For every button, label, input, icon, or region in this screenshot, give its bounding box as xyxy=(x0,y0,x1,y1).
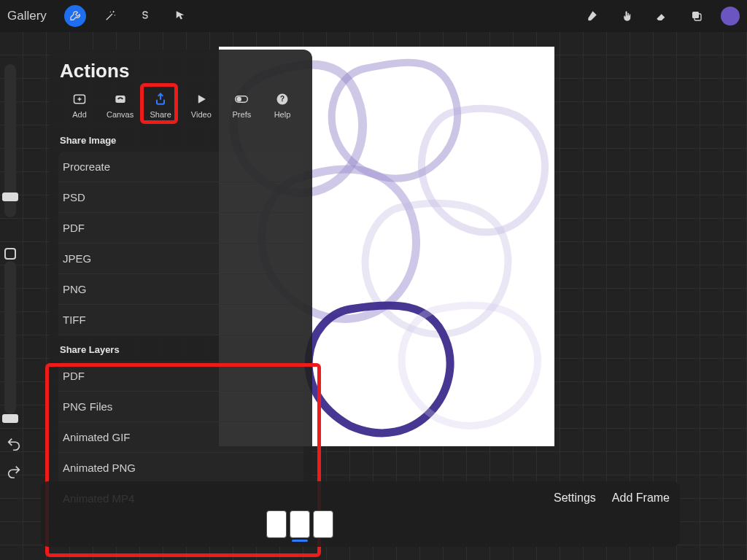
redo-icon xyxy=(6,464,22,480)
smudge-tool-button[interactable] xyxy=(616,5,638,27)
wrench-icon xyxy=(69,9,82,23)
play-icon xyxy=(192,91,211,107)
selection-button[interactable] xyxy=(134,5,156,27)
redo-button[interactable] xyxy=(6,464,22,483)
svg-rect-3 xyxy=(115,96,125,103)
layers-button[interactable] xyxy=(686,5,708,27)
canvas-crop-icon xyxy=(111,91,130,107)
animation-frame-2[interactable] xyxy=(290,510,310,538)
tab-video[interactable]: Video xyxy=(183,91,220,119)
color-picker-button[interactable] xyxy=(721,7,740,26)
tab-help[interactable]: ? Help xyxy=(264,91,301,119)
eraser-icon xyxy=(655,9,668,23)
toggle-icon xyxy=(232,91,251,107)
adjustments-button[interactable] xyxy=(99,5,121,27)
gallery-button[interactable]: Gallery xyxy=(7,9,47,23)
modify-button[interactable] xyxy=(4,248,16,260)
option-png-files[interactable]: PNG Files xyxy=(58,392,303,422)
option-procreate[interactable]: Procreate xyxy=(58,152,303,182)
popover-title: Actions xyxy=(60,60,303,82)
eraser-tool-button[interactable] xyxy=(651,5,673,27)
paintbrush-icon xyxy=(585,9,598,23)
section-share-layers: Share Layers xyxy=(58,335,303,361)
svg-text:?: ? xyxy=(280,95,285,103)
svg-rect-0 xyxy=(692,12,699,18)
top-toolbar: Gallery xyxy=(0,0,747,32)
toolbar-right xyxy=(581,5,740,27)
animation-settings-button[interactable]: Settings xyxy=(554,491,596,505)
selection-s-icon xyxy=(139,9,152,23)
slider-thumb[interactable] xyxy=(2,414,18,423)
smudge-finger-icon xyxy=(620,9,633,23)
tab-canvas[interactable]: Canvas xyxy=(102,91,139,119)
toolbar-left: Gallery xyxy=(7,5,191,27)
option-jpeg[interactable]: JPEG xyxy=(58,244,303,274)
section-share-image: Share Image xyxy=(58,126,303,152)
slider-thumb[interactable] xyxy=(2,192,18,201)
animation-add-frame-button[interactable]: Add Frame xyxy=(612,491,670,505)
animation-timeline-bar: Settings Add Frame xyxy=(41,481,680,547)
help-question-icon: ? xyxy=(273,91,292,107)
actions-popover: Actions Add Canvas Share Video Prefs ? H… xyxy=(50,50,312,514)
transform-button[interactable] xyxy=(169,5,191,27)
arrow-cursor-icon xyxy=(174,9,187,23)
tab-add[interactable]: Add xyxy=(61,91,98,119)
option-animated-gif[interactable]: Animated GIF xyxy=(58,422,303,453)
animation-actions: Settings Add Frame xyxy=(554,487,670,505)
undo-icon xyxy=(6,436,22,452)
actions-wrench-button[interactable] xyxy=(64,5,86,27)
brush-opacity-slider[interactable] xyxy=(4,261,16,414)
option-tiff[interactable]: TIFF xyxy=(58,305,303,335)
option-pdf[interactable]: PDF xyxy=(58,213,303,244)
layers-icon xyxy=(690,9,703,23)
tab-prefs[interactable]: Prefs xyxy=(223,91,260,119)
animation-frame-3[interactable] xyxy=(313,510,333,538)
brush-size-slider[interactable] xyxy=(4,64,16,217)
share-icon xyxy=(151,91,170,107)
tab-share[interactable]: Share xyxy=(142,91,179,119)
add-image-icon xyxy=(70,91,89,107)
option-png[interactable]: PNG xyxy=(58,274,303,305)
undo-button[interactable] xyxy=(6,436,22,455)
brush-tool-button[interactable] xyxy=(581,5,603,27)
share-image-options: Procreate PSD PDF JPEG PNG TIFF xyxy=(58,152,303,335)
option-layer-pdf[interactable]: PDF xyxy=(58,361,303,392)
animation-frames-track[interactable] xyxy=(51,487,548,538)
option-animated-png[interactable]: Animated PNG xyxy=(58,453,303,483)
actions-tab-row: Add Canvas Share Video Prefs ? Help xyxy=(58,90,303,126)
magic-wand-icon xyxy=(104,9,117,23)
option-psd[interactable]: PSD xyxy=(58,182,303,213)
animation-frame-1[interactable] xyxy=(266,510,287,538)
svg-point-5 xyxy=(237,97,242,102)
